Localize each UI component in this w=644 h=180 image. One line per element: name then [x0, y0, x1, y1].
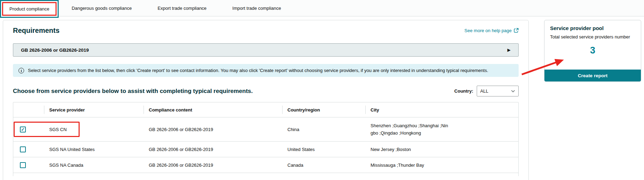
help-link-label: See more on help page	[464, 28, 512, 33]
tab-label: Import trade compliance	[232, 6, 281, 11]
info-icon: i	[19, 68, 24, 73]
column-header-country-region: Country/region	[282, 102, 365, 117]
tab-label: Product compliance	[9, 6, 49, 12]
annotation-red-box-tab: Product compliance	[2, 2, 57, 16]
column-header-compliance-content: Compliance content	[144, 102, 282, 117]
column-header-service-provider: Service provider	[44, 102, 144, 117]
checkbox-cell	[13, 146, 44, 152]
create-report-button[interactable]: Create report	[544, 70, 641, 81]
page-title: Requirements	[13, 27, 59, 35]
tab-label: Export trade compliance	[158, 6, 206, 11]
checkbox-cell: ✓	[13, 127, 44, 132]
content-cell: GB 2626-2006 or GB2626-2019	[144, 147, 282, 152]
table-header-row: Service provider Compliance content Coun…	[13, 102, 518, 117]
info-banner: i Select service providers from the list…	[13, 64, 519, 77]
requirements-header-row: Requirements See more on help page	[13, 26, 519, 35]
column-header-label: City	[371, 107, 379, 113]
requirement-accordion-gb2626[interactable]: GB 2626-2006 or GB2626-2019 ▶	[13, 43, 519, 57]
row-checkbox[interactable]	[20, 162, 26, 168]
content-cell: GB 2626-2006 or GB2626-2019	[144, 127, 282, 132]
column-header-city: City	[365, 102, 453, 117]
column-divider	[44, 106, 44, 114]
tab-dangerous-goods-compliance[interactable]: Dangerous goods compliance	[59, 0, 145, 16]
expand-arrow-icon[interactable]: ▶	[507, 48, 511, 52]
country-cell: China	[282, 127, 365, 132]
selected-providers-count: 3	[550, 45, 635, 56]
country-select[interactable]: ALL	[477, 86, 519, 96]
provider-cell: SGS NA Canada	[44, 163, 144, 168]
column-header-label: Country/region	[287, 107, 320, 113]
service-provider-table: Service provider Compliance content Coun…	[13, 102, 519, 176]
info-banner-text: Select service providers from the list b…	[28, 67, 499, 74]
help-page-link[interactable]: See more on help page	[464, 28, 519, 33]
country-select-value: ALL	[480, 88, 488, 94]
country-filter-label: Country:	[454, 88, 473, 94]
checkbox-cell	[13, 162, 44, 168]
chevron-down-icon	[511, 90, 515, 93]
service-provider-pool-panel: Service provider pool Total selected ser…	[544, 20, 641, 82]
column-divider	[144, 106, 144, 114]
compliance-tab-bar: Product compliance Dangerous goods compl…	[0, 0, 644, 16]
tab-product-compliance[interactable]: Product compliance	[0, 0, 59, 18]
accordion-label: GB 2626-2006 or GB2626-2019	[21, 48, 89, 53]
table-row-sgs-cn: ✓ SGS CN GB 2626-2006 or GB2626-2019 Chi…	[13, 117, 518, 141]
content-cell: GB 2626-2006 or GB2626-2019	[144, 163, 282, 168]
row-checkbox[interactable]: ✓	[20, 127, 26, 132]
requirements-panel: Requirements See more on help page GB 26…	[3, 20, 529, 180]
city-cell: New Jersey ;Boston	[365, 147, 453, 152]
table-row-partial	[13, 173, 518, 176]
country-filter: Country: ALL	[454, 86, 519, 96]
pool-subtitle: Total selected service providers number	[550, 34, 635, 39]
table-row-sgs-na-canada: SGS NA Canada GB 2626-2006 or GB2626-201…	[13, 157, 518, 173]
table-row-sgs-na-us: SGS NA United States GB 2626-2006 or GB2…	[13, 141, 518, 157]
column-divider	[282, 106, 283, 114]
provider-cell: SGS NA United States	[44, 147, 144, 152]
city-cell: Shenzhen ;Guangzhou ;Shanghai ;Ningbo ;Q…	[365, 122, 453, 137]
country-cell: United States	[282, 147, 365, 152]
provider-cell: SGS CN	[44, 127, 144, 132]
column-divider	[365, 106, 366, 114]
tab-import-trade-compliance[interactable]: Import trade compliance	[219, 0, 294, 16]
pool-title: Service provider pool	[550, 25, 635, 31]
external-link-icon	[514, 28, 519, 33]
section-title: Choose from service providers below to a…	[13, 88, 253, 95]
choose-providers-row: Choose from service providers below to a…	[13, 86, 519, 96]
column-header-label: Service provider	[49, 107, 85, 113]
tab-export-trade-compliance[interactable]: Export trade compliance	[145, 0, 219, 16]
checkmark-icon: ✓	[21, 127, 25, 132]
country-cell: Canada	[282, 163, 365, 168]
pool-panel-body: Service provider pool Total selected ser…	[544, 20, 641, 70]
tab-label: Dangerous goods compliance	[72, 6, 132, 11]
row-checkbox[interactable]	[20, 146, 26, 152]
city-cell: Mississauga ;Thunder Bay	[365, 163, 453, 168]
column-header-label: Compliance content	[149, 107, 192, 113]
